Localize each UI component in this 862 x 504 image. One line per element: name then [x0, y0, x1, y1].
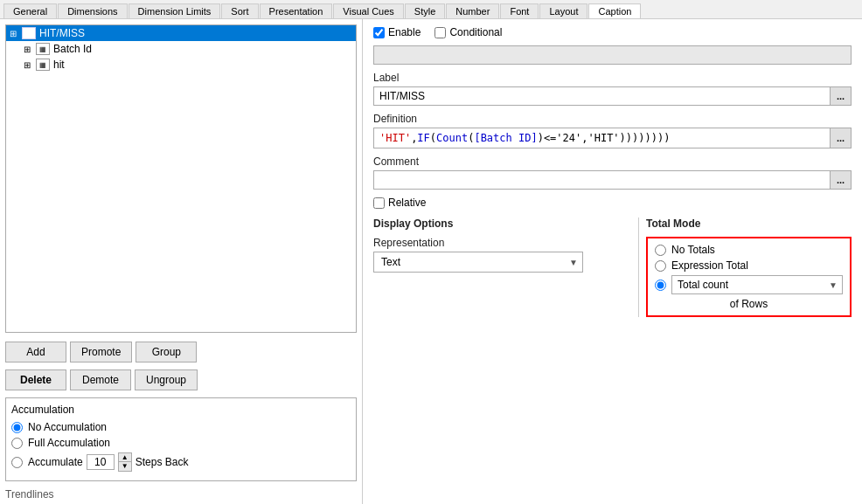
- vertical-divider: [638, 217, 639, 317]
- radio-no-accumulation-label: No Accumulation: [28, 421, 107, 433]
- bottom-section: Display Options Representation Text Imag…: [373, 217, 852, 317]
- radio-no-accumulation[interactable]: No Accumulation: [11, 421, 351, 433]
- definition-field-title: Definition: [373, 113, 852, 125]
- def-hit-string: 'HIT': [379, 132, 411, 144]
- ungroup-button[interactable]: Ungroup: [135, 369, 198, 390]
- radio-expression-total-input[interactable]: [655, 260, 666, 272]
- group-button[interactable]: Group: [136, 342, 197, 362]
- enable-text: Enable: [388, 26, 421, 38]
- radio-total-count-input[interactable]: [655, 280, 666, 291]
- relative-label[interactable]: Relative: [373, 197, 426, 209]
- definition-field-group: Definition 'HIT',IF(Count([Batch ID])<='…: [373, 113, 852, 148]
- right-panel: Enable Conditional Label ... Definition: [363, 19, 862, 504]
- tree-item-batchid-label: Batch Id: [53, 43, 92, 55]
- total-count-select[interactable]: Total count Average Min Max: [671, 275, 843, 294]
- tree-item-hit[interactable]: ⊞ ▦ hit: [6, 57, 356, 72]
- display-options-panel: Display Options Representation Text Imag…: [373, 217, 631, 317]
- label-dots-button[interactable]: ...: [830, 87, 851, 105]
- radio-no-accumulation-input[interactable]: [11, 422, 23, 433]
- label-field-group: Label ...: [373, 72, 852, 106]
- steps-back-input[interactable]: [87, 454, 115, 470]
- representation-select[interactable]: Text Image Gauge Mini Chart Indicator: [373, 252, 583, 273]
- def-rest: )<='24','HIT')))))))): [538, 132, 671, 144]
- radio-no-totals-label: No Totals: [671, 244, 715, 256]
- tree-area: ⊞ ▦ HIT/MISS ⊞ ▦ Batch Id ⊞ ▦ hit: [5, 24, 357, 333]
- comment-input[interactable]: [374, 171, 830, 189]
- representation-label: Representation: [373, 237, 617, 249]
- conditional-checkbox[interactable]: [434, 27, 446, 38]
- expand-icon-hitmiss: ⊞: [10, 29, 22, 38]
- representation-select-wrapper: Text Image Gauge Mini Chart Indicator ▼: [373, 252, 583, 273]
- tree-item-batchid[interactable]: ⊞ ▦ Batch Id: [6, 41, 356, 57]
- comment-input-wrapper: ...: [373, 170, 852, 190]
- radio-full-accumulation[interactable]: Full Accumulation: [11, 437, 351, 449]
- total-count-select-wrapper: Total count Average Min Max ▼: [671, 275, 843, 294]
- tab-presentation[interactable]: Presentation: [260, 3, 333, 18]
- steps-back-row: ▲ ▼ Steps Back: [87, 452, 189, 472]
- expand-icon-batchid: ⊞: [24, 45, 36, 54]
- grid-icon-batchid: ▦: [36, 43, 50, 55]
- definition-display[interactable]: 'HIT',IF(Count([Batch ID])<='24','HIT'))…: [374, 128, 830, 148]
- label-field-title: Label: [373, 72, 852, 84]
- tab-general[interactable]: General: [3, 3, 57, 18]
- steps-back-label: Steps Back: [136, 456, 189, 468]
- def-batchid: [Batch ID]: [474, 132, 537, 144]
- conditional-input[interactable]: [373, 45, 852, 65]
- promote-button[interactable]: Promote: [70, 342, 132, 362]
- button-row-2: Delete Demote Ungroup: [0, 366, 362, 394]
- radio-expression-total[interactable]: Expression Total: [655, 259, 843, 272]
- tree-item-hitmiss[interactable]: ⊞ ▦ HIT/MISS: [6, 25, 356, 41]
- accumulation-section: Accumulation No Accumulation Full Accumu…: [5, 397, 357, 481]
- grid-icon-hit: ▦: [36, 59, 50, 71]
- enable-conditional-row: Enable Conditional: [373, 26, 852, 38]
- tree-item-hit-label: hit: [53, 59, 65, 71]
- def-paren1: (: [430, 132, 436, 144]
- radio-full-accumulation-input[interactable]: [11, 438, 23, 449]
- tab-visual-cues[interactable]: Visual Cues: [333, 3, 404, 18]
- radio-accumulate[interactable]: Accumulate ▲ ▼ Steps Back: [11, 452, 351, 472]
- def-count: Count: [436, 132, 468, 144]
- demote-button[interactable]: Demote: [70, 369, 131, 390]
- button-row-1: Add Promote Group: [0, 338, 362, 366]
- radio-expression-total-label: Expression Total: [671, 259, 748, 272]
- conditional-input-group: [373, 45, 852, 65]
- tab-style[interactable]: Style: [405, 3, 445, 18]
- expand-icon-hit: ⊞: [24, 60, 36, 70]
- accumulation-title: Accumulation: [11, 404, 351, 416]
- tab-dimensions[interactable]: Dimensions: [58, 3, 127, 18]
- tab-dimension-limits[interactable]: Dimension Limits: [129, 3, 221, 18]
- label-input-wrapper: ...: [373, 86, 852, 106]
- definition-dots-button[interactable]: ...: [830, 128, 851, 148]
- left-panel: ⊞ ▦ HIT/MISS ⊞ ▦ Batch Id ⊞ ▦ hit Add Pr…: [0, 19, 363, 504]
- trendlines-label: Trendlines: [0, 485, 362, 504]
- add-button[interactable]: Add: [5, 342, 66, 362]
- enable-checkbox[interactable]: [373, 27, 385, 38]
- tree-item-hitmiss-label: HIT/MISS: [39, 27, 85, 39]
- comment-field-group: Comment ...: [373, 155, 852, 190]
- tab-font[interactable]: Font: [500, 3, 539, 18]
- tab-sort[interactable]: Sort: [221, 3, 258, 18]
- radio-no-totals[interactable]: No Totals: [655, 244, 843, 256]
- relative-checkbox[interactable]: [373, 197, 385, 209]
- total-mode-panel: Total Mode No Totals Expression Total: [646, 217, 852, 317]
- radio-full-accumulation-label: Full Accumulation: [28, 437, 110, 449]
- of-rows-text: of Rows: [655, 298, 843, 310]
- display-options-title: Display Options: [373, 217, 617, 230]
- label-input[interactable]: [374, 87, 830, 105]
- spinner-up[interactable]: ▲: [119, 453, 131, 462]
- comment-dots-button[interactable]: ...: [830, 171, 851, 189]
- comment-field-title: Comment: [373, 155, 852, 168]
- tab-number[interactable]: Number: [446, 3, 499, 18]
- tab-layout[interactable]: Layout: [539, 3, 587, 18]
- radio-accumulate-input[interactable]: [11, 457, 23, 468]
- tab-caption[interactable]: Caption: [588, 3, 641, 18]
- radio-no-totals-input[interactable]: [655, 245, 666, 256]
- def-if: IF: [417, 132, 429, 144]
- radio-accumulate-label: Accumulate: [28, 456, 83, 468]
- delete-button[interactable]: Delete: [5, 369, 66, 390]
- definition-input-wrapper: 'HIT',IF(Count([Batch ID])<='24','HIT'))…: [373, 128, 852, 148]
- spinner-down[interactable]: ▼: [119, 462, 131, 471]
- main-content: ⊞ ▦ HIT/MISS ⊞ ▦ Batch Id ⊞ ▦ hit Add Pr…: [0, 19, 862, 504]
- conditional-label[interactable]: Conditional: [434, 26, 502, 38]
- enable-label[interactable]: Enable: [373, 26, 421, 38]
